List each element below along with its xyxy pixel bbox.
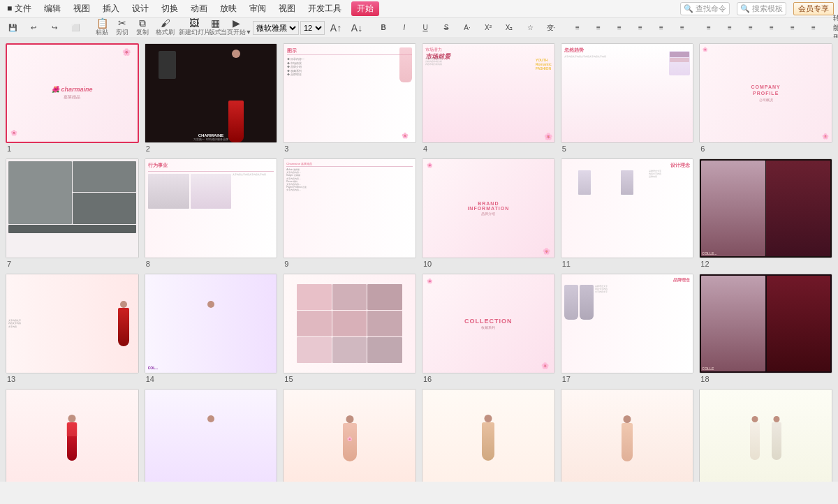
slide-item[interactable]: 7	[6, 158, 139, 268]
text-direction-btn[interactable]: ≡	[783, 22, 802, 33]
slide-item[interactable]: BRAND INFORMATION 品牌介绍 🌸 🌸 10	[422, 158, 555, 268]
font-size-increase-btn[interactable]: A↑	[326, 21, 346, 35]
menu-edit[interactable]: 编辑	[41, 1, 64, 16]
slide-item[interactable]: COLLE 18	[699, 274, 832, 383]
slide-item[interactable]: COMPANYPROFILE 公司概况 🌸 🌸 6	[699, 43, 832, 153]
outdent-btn[interactable]: ≡	[631, 22, 650, 33]
slide-item[interactable]: 设计理念 品牌理念文字内容文字内容品牌内容	[561, 158, 694, 268]
slide-thumb-20[interactable]: COL...	[145, 389, 278, 482]
shadow-btn[interactable]: ☆	[520, 22, 540, 33]
slide-item[interactable]: 🌸 21	[283, 389, 416, 482]
text-align-top-btn[interactable]: ≡	[804, 22, 823, 33]
slide-item[interactable]: COLLE... 12	[699, 158, 832, 268]
slide-thumb-7[interactable]	[6, 158, 139, 258]
slide-thumb-19[interactable]	[6, 389, 139, 482]
slide-thumb-17[interactable]: 品牌理念 品牌理念文字内容文字内容文字内容文字	[561, 274, 694, 373]
font-family-select[interactable]: 微软雅黑	[253, 21, 299, 35]
slide-thumb-16[interactable]: COLLECTION 收藏系列 🌸 🌸	[422, 274, 555, 373]
start-button[interactable]: 开始	[351, 1, 379, 16]
slide-thumb-14[interactable]: COL...	[145, 274, 278, 373]
align-left-btn[interactable]: ≡	[699, 22, 719, 33]
undo-btn[interactable]: ↩	[24, 22, 43, 33]
cut-btn[interactable]: ✂ 剪切	[112, 17, 132, 38]
new-slide-btn[interactable]: 🖼 新建幻灯片	[184, 17, 204, 38]
slide-item[interactable]: 文字内容文字内容文字内容文字内容 13	[6, 274, 139, 383]
slide-item[interactable]: 19	[6, 389, 139, 482]
slide-item[interactable]: 品牌理念 品牌理念文字内容文字内容文字内容文字 17	[561, 274, 694, 383]
menu-slideshow[interactable]: 放映	[217, 1, 240, 16]
bold-btn[interactable]: B	[374, 22, 393, 33]
slide-item[interactable]: 市场潜力 市场前景 YOUTHRomanticFASHION 市场分析内容市场分…	[422, 43, 555, 153]
slide-item[interactable]: COL... 20	[145, 389, 278, 482]
toolbar-row1: 💾 ↩ ↪ ⬜ 📋 粘贴 ✂ 剪切 ⧉ 复制 🖌 格式刷 🖼 新建幻灯片 ▦ 版…	[0, 18, 838, 38]
start-slideshow-btn[interactable]: ▶ 当页开始▼	[226, 17, 246, 38]
slide-thumb-6[interactable]: COMPANYPROFILE 公司概况 🌸 🌸	[699, 43, 832, 143]
save-btn[interactable]: 💾	[3, 22, 22, 33]
menu-view2[interactable]: 视图	[276, 1, 298, 16]
slide-thumb-2[interactable]: CHARMAINE 万里挑一 时尚婚庆服务品牌	[145, 43, 278, 143]
slide-item[interactable]: 23	[561, 389, 694, 482]
slide-thumb-23[interactable]	[561, 389, 694, 482]
slide-item[interactable]: 行为事业 文字内容文字内容文字内容文字内容	[145, 158, 278, 268]
search-command-box[interactable]: 🔍 查找命令	[680, 2, 730, 15]
slide-item[interactable]: 22	[422, 389, 555, 482]
slide-thumb-15[interactable]	[283, 274, 416, 373]
slide-thumb-1[interactable]: 🌸 🌸 🌺 charmaine 嘉莱婚品	[6, 43, 139, 143]
screen-btn[interactable]: ⬜	[66, 22, 85, 33]
indent-btn[interactable]: ≡	[610, 22, 629, 33]
font-size-select[interactable]: 12	[300, 21, 325, 35]
slide-thumb-9[interactable]: Charmaine 嘉莱婚品 Aubrie 选择篇 文字内容内容... Katg…	[283, 158, 416, 258]
menu-insert[interactable]: 插入	[100, 1, 122, 16]
slide-item[interactable]: 🌸 🌸 🌺 charmaine 嘉莱婚品 1	[6, 43, 139, 153]
menu-transition[interactable]: 切换	[159, 1, 181, 16]
member-button[interactable]: 会员专享	[793, 2, 834, 15]
slide-item[interactable]: 24	[699, 389, 832, 482]
menu-review[interactable]: 审阅	[247, 1, 269, 16]
slide-thumb-8[interactable]: 行为事业 文字内容文字内容文字内容文字内容	[145, 158, 278, 258]
align-center-btn[interactable]: ≡	[720, 22, 740, 33]
columns-btn[interactable]: ≡	[672, 22, 692, 33]
search-template-box[interactable]: 🔍 搜索模板	[737, 2, 786, 15]
slide-item[interactable]: 忽然趋势 文字内容文字内容文字内容文字内容文字内容 5	[561, 43, 694, 153]
list-bullet-btn[interactable]: ≡	[568, 22, 587, 33]
slide-item[interactable]: Charmaine 嘉莱婚品 Aubrie 选择篇 文字内容内容... Katg…	[283, 158, 416, 268]
align-right-btn[interactable]: ≡	[741, 22, 760, 33]
subscript-btn[interactable]: X₂	[499, 22, 519, 33]
slide-item[interactable]: 图示 ◆ 目录内容一 ◆ 市场前景 ◆ 品牌介绍 ◆ 收藏系列 ◆ 品牌理念	[283, 43, 416, 153]
justify-btn[interactable]: ≡	[762, 22, 781, 33]
slide-item[interactable]: COL... 14	[145, 274, 278, 383]
menu-view[interactable]: 视图	[71, 1, 93, 16]
redo-btn[interactable]: ↪	[45, 22, 64, 33]
menu-animation[interactable]: 动画	[188, 1, 210, 16]
font-size-decrease-btn[interactable]: A↓	[347, 21, 367, 35]
slide-thumb-21[interactable]: 🌸	[283, 389, 416, 482]
slide-item[interactable]: 15	[283, 274, 416, 383]
menu-design[interactable]: 设计	[129, 1, 152, 16]
slide-thumb-12[interactable]: COLLE...	[699, 158, 832, 258]
slide-item[interactable]: COLLECTION 收藏系列 🌸 🌸 16	[422, 274, 555, 383]
slide-thumb-13[interactable]: 文字内容文字内容文字内容文字内容	[6, 274, 139, 373]
slide-thumb-4[interactable]: 市场潜力 市场前景 YOUTHRomanticFASHION 市场分析内容市场分…	[422, 43, 555, 143]
slide-thumb-24[interactable]	[699, 389, 832, 482]
text-color-btn[interactable]: A·	[457, 22, 477, 33]
menu-developer[interactable]: 开发工具	[305, 1, 344, 16]
format-painter-btn[interactable]: 🖌 格式刷	[153, 17, 177, 38]
line-spacing-btn[interactable]: ≡	[652, 22, 671, 33]
slide-item[interactable]: CHARMAINE 万里挑一 时尚婚庆服务品牌 2	[145, 43, 278, 153]
slide-thumb-11[interactable]: 设计理念 品牌理念文字内容文字内容品牌内容	[561, 158, 694, 258]
italic-btn[interactable]: I	[395, 22, 414, 33]
underline-btn[interactable]: U	[416, 22, 435, 33]
slide-thumb-18[interactable]: COLLE	[699, 274, 832, 373]
strikethrough-btn[interactable]: S	[436, 22, 456, 33]
slide-thumb-5[interactable]: 忽然趋势 文字内容文字内容文字内容文字内容文字内容	[561, 43, 694, 143]
slide-thumb-3[interactable]: 图示 ◆ 目录内容一 ◆ 市场前景 ◆ 品牌介绍 ◆ 收藏系列 ◆ 品牌理念	[283, 43, 416, 143]
slide-thumb-10[interactable]: BRAND INFORMATION 品牌介绍 🌸 🌸	[422, 158, 555, 258]
slides-panel[interactable]: 🌸 🌸 🌺 charmaine 嘉莱婚品 1	[0, 38, 838, 482]
list-number-btn[interactable]: ≡	[589, 22, 608, 33]
transform-btn[interactable]: 变·	[541, 22, 561, 34]
slide-thumb-22[interactable]	[422, 389, 555, 482]
paste-btn[interactable]: 📋 粘贴	[92, 17, 112, 38]
menu-file[interactable]: ■ 文件	[4, 1, 34, 16]
copy-btn[interactable]: ⧉ 复制	[133, 17, 152, 38]
superscript-btn[interactable]: X²	[478, 22, 498, 33]
